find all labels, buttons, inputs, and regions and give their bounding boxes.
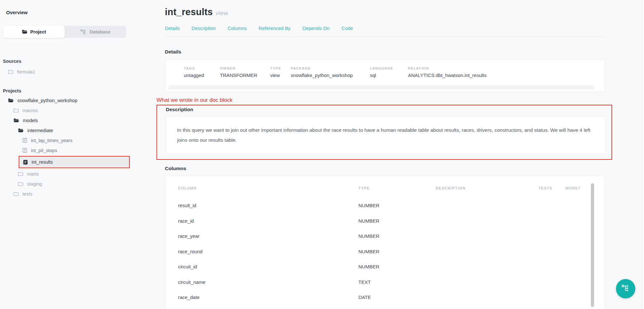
detail-field-tags: TAGSuntagged (184, 66, 220, 78)
sidebar-item-models[interactable]: models (0, 115, 138, 125)
sidebar-item-label: macros (23, 108, 38, 113)
column-name-cell: race_round (178, 249, 358, 254)
detail-field-value: TRANSFORMER (220, 72, 270, 78)
columns-table-header: COLUMNTYPEDESCRIPTIONTESTSMORE? (178, 186, 590, 191)
detail-field-value: untagged (184, 72, 220, 78)
tab-depends-on[interactable]: Depends On (302, 25, 329, 31)
project-toggle-button[interactable]: Project (3, 26, 65, 38)
column-row-circuit_name[interactable]: circuit_nameTEXT (178, 275, 590, 290)
column-type-cell: TEXT (358, 279, 436, 285)
projects-heading: Projects (3, 88, 138, 93)
columns-card: COLUMNTYPEDESCRIPTIONTESTSMORE? result_i… (165, 176, 605, 309)
sidebar-item-int_results[interactable]: int_results (19, 156, 130, 168)
details-card: TAGSuntaggedOWNERTRANSFORMERTYPEviewPACK… (165, 59, 605, 92)
project-toggle-label: Project (30, 29, 46, 34)
sidebar-item-label: snowflake_python_workshop (17, 98, 77, 103)
doc-block-annotation: What we wrote in our doc block (156, 97, 605, 103)
column-name-cell: race_year (178, 233, 358, 239)
lineage-tree-icon (80, 29, 87, 35)
sidebar-item-intermediate[interactable]: intermediate (0, 125, 138, 135)
sidebar-item-label: staging (27, 181, 42, 187)
column-row-race_id[interactable]: race_idNUMBER (178, 213, 590, 229)
sidebar-item-tests[interactable]: tests (0, 189, 138, 199)
page-scroll-gutter[interactable] (642, 0, 644, 309)
file-icon (23, 148, 27, 153)
overview-heading: Overview (6, 10, 138, 15)
column-row-result_id[interactable]: result_idNUMBER (178, 198, 590, 213)
column-row-race_year[interactable]: race_yearNUMBER (178, 228, 590, 244)
sidebar-item-int_lap_times_years[interactable]: int_lap_times_years (0, 135, 138, 145)
column-type-cell: NUMBER (358, 218, 436, 224)
description-highlight-box: Description In this query we want to joi… (156, 105, 612, 160)
detail-field-relation: RELATIONANALYTICS.dbt_hwatson.int_result… (408, 66, 487, 78)
page-subtitle: view (216, 10, 228, 17)
page-title: int_results (165, 7, 213, 17)
sidebar-item-snowflake_python_workshop[interactable]: snowflake_python_workshop (0, 95, 138, 105)
sidebar-item-macros[interactable]: macros (0, 105, 138, 115)
detail-field-type: TYPEview (270, 66, 291, 78)
sidebar-item-marts[interactable]: marts (0, 169, 138, 179)
column-row-race_round[interactable]: race_roundNUMBER (178, 244, 590, 259)
detail-field-value: sql (370, 72, 408, 78)
folder-icon (14, 108, 19, 112)
sidebar-item-label: models (23, 118, 38, 123)
description-text: In this query we want to join out other … (177, 125, 596, 145)
column-header-more: MORE? (565, 186, 590, 190)
main-content: int_results view DetailsDescriptionColum… (165, 0, 605, 309)
column-type-cell: NUMBER (358, 233, 436, 239)
sidebar-item-label: formula1 (17, 69, 35, 74)
column-header-type: TYPE (358, 186, 436, 190)
folder-open-icon (22, 30, 27, 34)
columns-table-body: result_idNUMBERrace_idNUMBERrace_yearNUM… (178, 198, 590, 309)
column-name-cell: race_date (178, 295, 358, 300)
sidebar-item-staging[interactable]: staging (0, 179, 138, 189)
folder-open-icon (8, 98, 14, 103)
file-icon (23, 138, 27, 143)
database-toggle-label: Database (90, 29, 110, 34)
detail-field-value: snowflake_python_workshop (291, 72, 370, 78)
sidebar-item-label: tests (23, 191, 33, 197)
sidebar-item-label: marts (27, 171, 39, 177)
details-collapsed-strip (168, 85, 594, 90)
column-type-cell: NUMBER (358, 203, 436, 208)
detail-field-value: ANALYTICS.dbt_hwatson.int_results (408, 72, 487, 78)
detail-field-owner: OWNERTRANSFORMER (220, 66, 270, 78)
detail-field-package: PACKAGEsnowflake_python_workshop (291, 66, 370, 78)
description-heading: Description (166, 107, 606, 112)
column-header-column: COLUMN (178, 186, 358, 190)
tab-columns[interactable]: Columns (228, 25, 247, 31)
tab-description[interactable]: Description (192, 25, 216, 31)
tab-bar: DetailsDescriptionColumnsReferenced ByDe… (165, 25, 605, 31)
sources-tree: formula1 (0, 67, 138, 77)
column-name-cell: circuit_name (178, 279, 358, 285)
column-type-cell: DATE (358, 295, 436, 300)
file-solid-icon (23, 160, 28, 165)
tab-code[interactable]: Code (342, 25, 353, 31)
tab-referenced-by[interactable]: Referenced By (259, 25, 290, 31)
tabs-divider (165, 37, 605, 37)
tab-details[interactable]: Details (165, 25, 180, 31)
column-name-cell: circuit_id (178, 264, 358, 269)
description-card: In this query we want to join out other … (166, 116, 606, 154)
lineage-graph-button[interactable] (616, 279, 635, 298)
folder-open-icon (18, 128, 24, 133)
detail-field-label: TYPE (270, 66, 291, 70)
column-type-cell: NUMBER (358, 264, 436, 269)
sidebar-item-int_pit_stops[interactable]: int_pit_stops (0, 145, 138, 155)
lineage-graph-icon (621, 285, 630, 293)
sidebar-item-formula1[interactable]: formula1 (0, 67, 138, 77)
columns-heading: Columns (165, 166, 605, 171)
column-row-circuit_id[interactable]: circuit_idNUMBER (178, 259, 590, 275)
sidebar-item-label: intermediate (27, 128, 53, 133)
column-row-race_date[interactable]: race_dateDATE (178, 290, 590, 305)
sidebar-item-label: int_lap_times_years (31, 138, 72, 143)
detail-field-value: view (270, 72, 291, 78)
database-toggle-button[interactable]: Database (65, 26, 126, 38)
folder-icon (8, 70, 13, 74)
columns-scrollbar-thumb[interactable] (591, 183, 594, 307)
detail-field-label: RELATION (408, 66, 487, 70)
sources-heading: Sources (3, 59, 138, 64)
column-row-race_time[interactable]: race_timeTIME (178, 305, 590, 309)
sidebar-item-label: int_pit_stops (31, 148, 57, 153)
project-tree: snowflake_python_workshopmacrosmodelsint… (0, 95, 138, 199)
